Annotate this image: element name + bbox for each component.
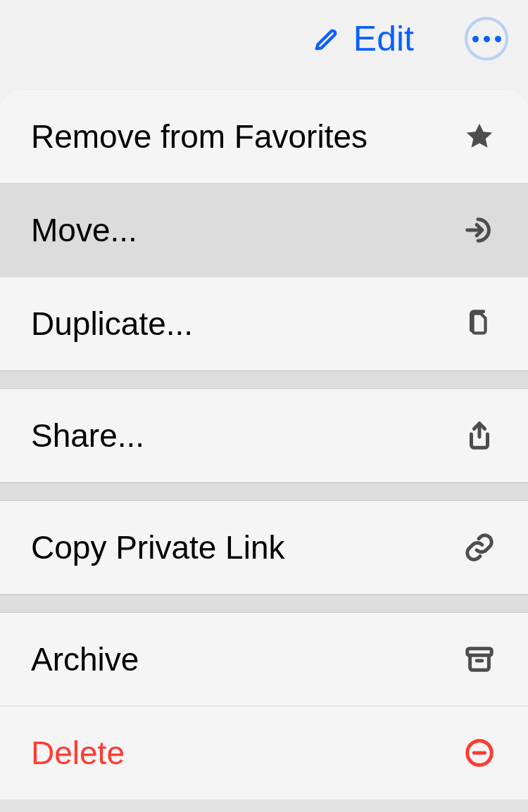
menu-item-duplicate[interactable]: Duplicate...	[0, 277, 528, 371]
delete-circle-icon	[462, 737, 497, 769]
pencil-icon	[313, 25, 341, 53]
menu-item-label: Copy Private Link	[31, 528, 285, 566]
edit-button[interactable]: Edit	[313, 18, 414, 59]
more-button[interactable]	[465, 17, 508, 61]
menu-divider	[0, 483, 528, 501]
menu-item-label: Move...	[31, 211, 137, 249]
edit-label: Edit	[353, 18, 414, 59]
menu-item-remove-favorite[interactable]: Remove from Favorites	[0, 90, 528, 184]
menu-divider	[0, 595, 528, 613]
menu-item-copy-link[interactable]: Copy Private Link	[0, 501, 528, 595]
menu-item-label: Delete	[31, 734, 125, 772]
menu-item-archive[interactable]: Archive	[0, 613, 528, 706]
header-bar: Edit	[0, 0, 528, 90]
share-icon	[462, 419, 497, 452]
link-icon	[462, 531, 497, 564]
menu-item-label: Duplicate...	[31, 305, 193, 343]
ellipsis-icon	[472, 36, 501, 42]
context-menu: Remove from Favorites Move... Duplicate.…	[0, 90, 528, 799]
menu-item-move[interactable]: Move...	[0, 184, 528, 277]
archive-icon	[462, 643, 497, 675]
enter-circle-icon	[462, 214, 497, 246]
duplicate-icon	[462, 307, 497, 340]
star-icon	[462, 120, 497, 153]
menu-item-delete[interactable]: Delete	[0, 706, 528, 799]
menu-divider	[0, 371, 528, 389]
menu-item-label: Archive	[31, 640, 139, 678]
menu-item-label: Share...	[31, 417, 144, 455]
menu-item-label: Remove from Favorites	[31, 118, 367, 156]
menu-item-share[interactable]: Share...	[0, 389, 528, 483]
